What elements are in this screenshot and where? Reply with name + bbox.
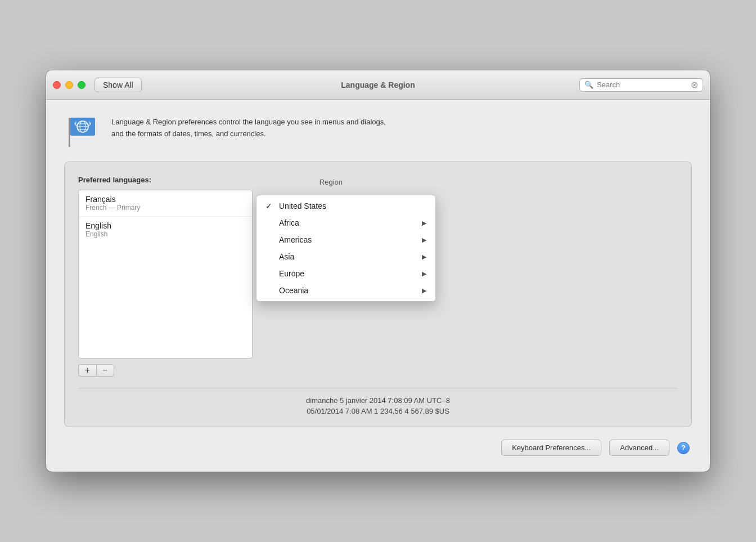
sample-formats: 05/01/2014 7:08 AM 1 234,56 4 567,89 $US xyxy=(78,407,678,415)
sample-section: dimanche 5 janvier 2014 7:08:09 AM UTC–8… xyxy=(78,388,678,415)
language-subtitle: French — Primary xyxy=(86,204,245,212)
pref-icon xyxy=(64,113,100,149)
languages-list[interactable]: Français French — Primary English Englis… xyxy=(78,190,253,359)
list-item[interactable]: Français French — Primary xyxy=(79,190,252,217)
pref-header: Language & Region preferences control th… xyxy=(64,113,692,149)
advanced-button[interactable]: Advanced... xyxy=(609,440,669,456)
search-input[interactable] xyxy=(597,80,687,89)
sample-date-time: dimanche 5 janvier 2014 7:08:09 AM UTC–8 xyxy=(78,396,678,405)
main-panel: Preferred languages: Français French — P… xyxy=(64,162,692,427)
item-left: ✓ Africa xyxy=(266,218,299,227)
language-name: English xyxy=(86,221,245,230)
pref-description: Language & Region preferences control th… xyxy=(111,113,386,140)
main-window: Show All Language & Region 🔍 ⊗ xyxy=(46,70,710,472)
submenu-arrow-icon: ▶ xyxy=(422,236,426,244)
list-item[interactable]: English English xyxy=(79,217,252,243)
dropdown-item-united-states[interactable]: ✓ United States xyxy=(256,198,435,214)
dropdown-item-asia[interactable]: ✓ Asia ▶ xyxy=(256,248,435,265)
keyboard-preferences-button[interactable]: Keyboard Preferences... xyxy=(501,440,601,456)
language-buttons: + − xyxy=(78,364,253,377)
dropdown-overlay: ✓ United States ✓ Africa ▶ ✓ xyxy=(256,195,436,302)
show-all-button[interactable]: Show All xyxy=(94,78,142,92)
submenu-arrow-icon: ▶ xyxy=(422,220,426,227)
traffic-lights xyxy=(53,81,86,89)
dropdown-item-label: Oceania xyxy=(279,286,308,295)
svg-rect-0 xyxy=(69,118,70,147)
dropdown-item-americas[interactable]: ✓ Americas ▶ xyxy=(256,231,435,248)
search-icon: 🔍 xyxy=(584,80,593,89)
item-left: ✓ Oceania xyxy=(266,286,308,295)
add-language-button[interactable]: + xyxy=(78,364,96,377)
maximize-button[interactable] xyxy=(78,81,86,89)
language-subtitle: English xyxy=(86,230,245,238)
window-title: Language & Region xyxy=(341,80,415,89)
dropdown-item-europe[interactable]: ✓ Europe ▶ xyxy=(256,265,435,282)
item-left: ✓ Asia xyxy=(266,252,294,261)
submenu-arrow-icon: ▶ xyxy=(422,253,426,261)
remove-language-button[interactable]: − xyxy=(96,364,114,377)
dropdown-item-label: Asia xyxy=(279,252,294,261)
submenu-arrow-icon: ▶ xyxy=(422,287,426,294)
content-area: Language & Region preferences control th… xyxy=(46,100,710,472)
close-button[interactable] xyxy=(53,81,61,89)
item-left: ✓ Europe xyxy=(266,269,304,278)
dropdown-item-label: United States xyxy=(279,201,326,210)
item-left: ✓ Americas xyxy=(266,235,312,244)
dropdown-item-label: Americas xyxy=(279,235,312,244)
dropdown-item-label: Europe xyxy=(279,269,304,278)
titlebar: Show All Language & Region 🔍 ⊗ xyxy=(46,70,710,100)
checkmark-icon: ✓ xyxy=(266,201,274,210)
search-clear-icon[interactable]: ⊗ xyxy=(691,80,698,89)
item-left: ✓ United States xyxy=(266,201,326,210)
language-name: Français xyxy=(86,195,245,204)
region-label: Region xyxy=(275,178,343,186)
dropdown-item-africa[interactable]: ✓ Africa ▶ xyxy=(256,214,435,231)
region-dropdown-menu: ✓ United States ✓ Africa ▶ ✓ xyxy=(256,195,436,302)
bottom-bar: Keyboard Preferences... Advanced... ? xyxy=(64,440,692,456)
languages-section: Preferred languages: Français French — P… xyxy=(78,176,253,377)
languages-label: Preferred languages: xyxy=(78,176,253,184)
dropdown-item-oceania[interactable]: ✓ Oceania ▶ xyxy=(256,282,435,299)
submenu-arrow-icon: ▶ xyxy=(422,270,426,277)
minimize-button[interactable] xyxy=(65,81,73,89)
region-row: Region xyxy=(275,178,678,186)
search-area: 🔍 ⊗ xyxy=(579,78,703,92)
help-button[interactable]: ? xyxy=(677,442,690,454)
dropdown-item-label: Africa xyxy=(279,218,299,227)
